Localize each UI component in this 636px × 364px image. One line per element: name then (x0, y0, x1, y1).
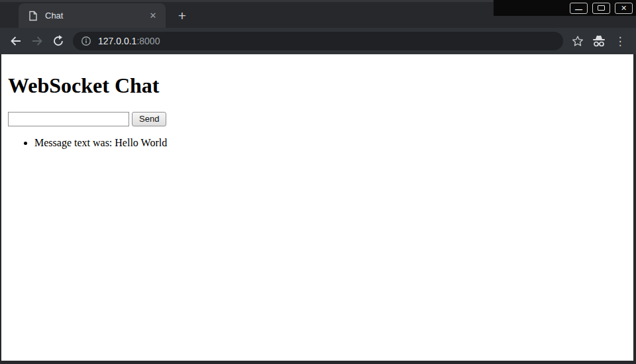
page-title: WebSocket Chat (8, 73, 628, 98)
bookmark-button[interactable] (568, 32, 587, 50)
info-icon (81, 36, 91, 46)
incognito-indicator[interactable] (590, 32, 608, 50)
close-icon: ✕ (621, 5, 627, 12)
forward-arrow-icon (30, 34, 44, 48)
plus-icon: + (178, 8, 186, 24)
page-favicon-icon (28, 11, 38, 21)
message-item: Message text was: Hello World (34, 137, 628, 150)
url-port: :8000 (136, 36, 160, 46)
incognito-icon (591, 34, 607, 48)
address-bar[interactable]: 127.0.0.1:8000 (73, 32, 563, 50)
url-text: 127.0.0.1:8000 (98, 36, 160, 46)
maximize-icon (598, 5, 605, 11)
reload-button[interactable] (49, 32, 68, 50)
back-button[interactable] (7, 32, 25, 50)
chat-form: Send (8, 112, 628, 126)
send-button[interactable]: Send (132, 112, 166, 126)
close-window-button[interactable]: ✕ (615, 3, 633, 14)
message-list: Message text was: Hello World (8, 137, 628, 150)
minimize-icon: — (575, 6, 582, 13)
kebab-menu-icon: ⋮ (615, 36, 626, 47)
minimize-button[interactable]: — (570, 3, 588, 14)
browser-toolbar: 127.0.0.1:8000 ⋮ (0, 28, 636, 54)
forward-button[interactable] (28, 32, 46, 50)
toolbar-right-icons: ⋮ (567, 32, 631, 50)
star-icon (571, 34, 584, 48)
url-host: 127.0.0.1 (98, 36, 136, 46)
browser-menu-button[interactable]: ⋮ (611, 32, 629, 50)
tab-close-icon[interactable]: ✕ (147, 10, 159, 22)
back-arrow-icon (9, 34, 23, 48)
message-input[interactable] (8, 112, 129, 126)
window-titlebar: — ✕ (494, 0, 636, 16)
tab-chat[interactable]: Chat ✕ (19, 3, 166, 28)
tab-title: Chat (45, 11, 147, 21)
maximize-button[interactable] (592, 3, 610, 14)
new-tab-button[interactable]: + (174, 7, 191, 24)
page-content: WebSocket Chat Send Message text was: He… (1, 54, 633, 361)
reload-icon (52, 34, 65, 48)
browser-window: — ✕ Chat ✕ + (0, 0, 636, 364)
